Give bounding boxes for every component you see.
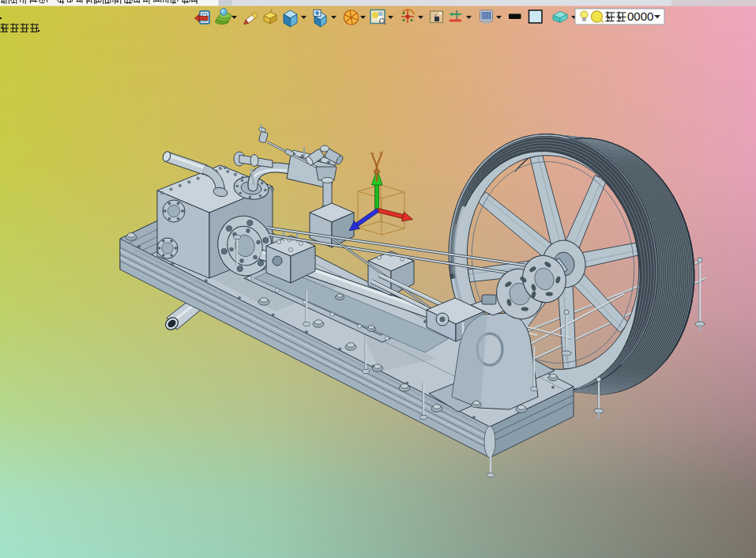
svg-text:0000: 0000 bbox=[627, 9, 653, 23]
